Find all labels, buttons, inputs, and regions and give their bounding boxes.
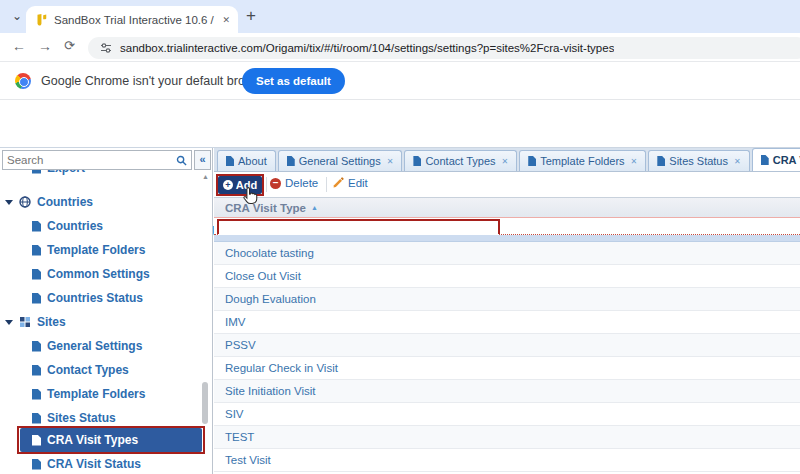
settings-sidebar: « Export Countries Countries <box>0 148 213 474</box>
reload-icon[interactable]: ⟳ <box>64 38 75 53</box>
document-icon <box>32 459 41 470</box>
sidebar-item-common-settings[interactable]: Common Settings <box>0 262 150 286</box>
chrome-logo-icon <box>15 73 31 89</box>
search-box <box>2 150 192 170</box>
document-icon <box>32 435 41 446</box>
edit-button-label: Edit <box>348 177 368 189</box>
close-icon[interactable]: ✕ <box>387 157 394 166</box>
close-icon[interactable]: ✕ <box>502 157 509 166</box>
sidebar-item-label: General Settings <box>47 339 142 353</box>
tab-contact-types[interactable]: Contact Types ✕ <box>404 150 517 171</box>
sidebar-group-label: Countries <box>37 195 93 209</box>
site-favicon-icon <box>34 13 48 27</box>
sidebar-group-sites[interactable]: Sites <box>0 310 66 334</box>
set-as-default-button[interactable]: Set as default <box>242 68 345 94</box>
sidebar-item-label: Export <box>47 170 85 175</box>
site-info-icon <box>100 42 112 54</box>
search-input[interactable] <box>7 154 176 166</box>
sites-icon <box>19 316 31 328</box>
chevron-down-icon[interactable] <box>5 320 13 325</box>
sidebar-item-export[interactable]: Export <box>0 170 85 180</box>
grid-column-header[interactable]: CRA Visit Type ▲ <box>214 197 800 218</box>
browser-tab-title: SandBox Trial Interactive 10.6 / <box>54 14 216 26</box>
document-icon <box>287 156 295 166</box>
tab-search-caret-icon[interactable]: ⌄ <box>7 8 27 26</box>
sidebar-item-sites-status[interactable]: Sites Status <box>0 406 116 430</box>
forward-icon[interactable]: → <box>38 38 52 54</box>
sidebar-item-label: Sites Status <box>47 411 116 425</box>
delete-button-label: Delete <box>285 177 318 189</box>
document-icon <box>32 221 41 232</box>
toolbar-divider <box>326 177 327 192</box>
sort-ascending-icon: ▲ <box>311 204 318 211</box>
settings-tree: Export Countries Countries Template Fold… <box>0 170 213 474</box>
chevron-down-icon[interactable] <box>5 200 13 205</box>
browser-window: ⌄ SandBox Trial Interactive 10.6 / ✕ + ←… <box>0 0 800 474</box>
document-icon <box>32 389 41 400</box>
back-icon[interactable]: ← <box>12 38 26 54</box>
sidebar-item-label: Template Folders <box>47 243 145 257</box>
cursor-pointer-icon <box>241 185 262 206</box>
document-icon <box>32 341 41 352</box>
tab-about[interactable]: About <box>217 150 276 171</box>
sidebar-item-cra-visit-types[interactable]: CRA Visit Types <box>20 428 202 452</box>
sidebar-item-template-folders[interactable]: Template Folders <box>0 238 145 262</box>
column-header-label: CRA Visit Type <box>225 202 306 214</box>
tab-general-settings[interactable]: General Settings ✕ <box>278 150 403 171</box>
sidebar-item-cra-visit-status[interactable]: CRA Visit Status <box>0 452 141 474</box>
tab-cra-visit-types[interactable]: CRA Visit Types ✕ <box>752 148 800 171</box>
document-icon <box>32 293 41 304</box>
sidebar-item-general-settings[interactable]: General Settings <box>0 334 142 358</box>
table-row[interactable]: PSSV <box>214 334 800 357</box>
scroll-up-icon[interactable]: ▲ <box>201 173 210 180</box>
table-row[interactable]: TEST <box>214 426 800 449</box>
collapse-sidebar-icon[interactable]: « <box>194 150 211 170</box>
sidebar-group-countries[interactable]: Countries <box>0 190 93 214</box>
main-panel: About General Settings ✕ Contact Types ✕… <box>214 148 800 474</box>
edit-button[interactable]: Edit <box>332 177 368 189</box>
browser-tab[interactable]: SandBox Trial Interactive 10.6 / ✕ <box>26 6 238 33</box>
settings-tab-bar: About General Settings ✕ Contact Types ✕… <box>214 148 800 172</box>
notification-text: Google Chrome isn't your default browser <box>41 74 271 88</box>
table-row[interactable]: Site Initiation Visit <box>214 380 800 403</box>
app-header: Room ★ Training Team e... eTMF Module Se… <box>0 100 800 148</box>
sidebar-item-countries-status[interactable]: Countries Status <box>0 286 143 310</box>
url-bar[interactable]: sandbox.trialinteractive.com/Origami/tix… <box>88 37 800 59</box>
document-icon <box>32 365 41 376</box>
grid-selected-strip <box>214 235 800 242</box>
plus-circle-icon: + <box>223 180 233 190</box>
browser-toolbar: ← → ⟳ sandbox.trialinteractive.com/Origa… <box>0 33 800 62</box>
search-icon[interactable] <box>176 155 187 166</box>
table-row[interactable]: Test Visit <box>214 449 800 472</box>
tab-sites-status[interactable]: Sites Status ✕ <box>648 150 749 171</box>
sidebar-item-label: Template Folders <box>47 387 145 401</box>
table-row[interactable]: Regular Check in Visit <box>214 357 800 380</box>
sidebar-item-label: CRA Visit Types <box>47 433 138 447</box>
default-browser-notification: Google Chrome isn't your default browser… <box>0 62 800 100</box>
table-row[interactable]: Close Out Visit <box>214 265 800 288</box>
sidebar-item-label: Contact Types <box>47 363 129 377</box>
delete-button[interactable]: – Delete <box>270 177 318 189</box>
tab-close-icon[interactable]: ✕ <box>222 15 230 25</box>
table-row[interactable]: SIV <box>214 403 800 426</box>
content-area: « Export Countries Countries <box>0 148 800 474</box>
close-icon[interactable]: ✕ <box>631 157 638 166</box>
tab-label: Contact Types <box>425 155 495 167</box>
sidebar-scrollbar[interactable] <box>202 382 208 424</box>
sidebar-item-label: Countries <box>47 219 103 233</box>
table-row[interactable]: IMV <box>214 311 800 334</box>
url-text: sandbox.trialinteractive.com/Origami/tix… <box>120 42 614 54</box>
sidebar-item-contact-types[interactable]: Contact Types <box>0 358 129 382</box>
tab-label: Sites Status <box>669 155 728 167</box>
tab-label: About <box>238 155 267 167</box>
table-row[interactable]: Dough Evaluation <box>214 288 800 311</box>
close-icon[interactable]: ✕ <box>734 157 741 166</box>
document-icon <box>528 156 536 166</box>
sidebar-item-countries[interactable]: Countries <box>0 214 103 238</box>
sidebar-item-template-folders-2[interactable]: Template Folders <box>0 382 145 406</box>
grid-rows: Chocolate tasting Close Out Visit Dough … <box>214 242 800 474</box>
annotation-box-input <box>217 219 500 234</box>
table-row[interactable]: Chocolate tasting <box>214 242 800 265</box>
new-tab-button[interactable]: + <box>246 6 256 26</box>
tab-template-folders[interactable]: Template Folders ✕ <box>519 150 646 171</box>
